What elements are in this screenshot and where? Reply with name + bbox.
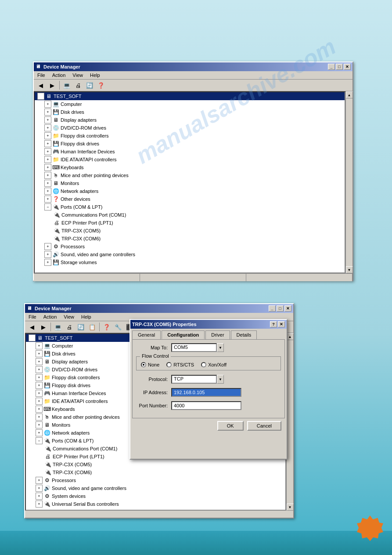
radio-rts-dot[interactable] [166, 362, 172, 367]
protocol-arrow[interactable]: ▼ [217, 375, 224, 384]
tree-item-floppy-drives[interactable]: + 💾 Floppy disk drives [35, 140, 345, 148]
map-to-input[interactable]: COM5 [171, 343, 217, 352]
expand-hid[interactable]: + [44, 148, 51, 155]
maximize-btn-2[interactable]: □ [277, 305, 284, 312]
tree-item-hid[interactable]: + 🎮 Human Interface Devices [35, 148, 345, 156]
tree-item-com5[interactable]: 🔌 TRP-C3X (COM5) [35, 227, 345, 235]
menu-file-2[interactable]: File [27, 314, 38, 320]
tree-item-lpt1[interactable]: 🖨 ECP Printer Port (LPT1) [35, 219, 345, 227]
menu-help-2[interactable]: Help [79, 314, 93, 320]
tree-item-computer[interactable]: + 💻 Computer [35, 100, 345, 108]
expand-display[interactable]: + [44, 116, 51, 123]
tab-driver[interactable]: Driver [205, 330, 230, 339]
tree-item-display[interactable]: + 🖥 Display adapters [35, 116, 345, 124]
properties-btn-2[interactable]: 📋 [87, 322, 97, 332]
w2-com5[interactable]: 🔌 TRP-C3X (COM5) [26, 461, 285, 468]
dialog-help-btn[interactable]: ? [270, 321, 277, 327]
protocol-input[interactable]: TCP [171, 375, 217, 384]
help-btn-2[interactable]: ❓ [101, 322, 112, 332]
expand-mice[interactable]: + [44, 172, 51, 179]
expand-ports[interactable]: − [44, 203, 51, 210]
root-expand-1[interactable]: − [37, 93, 44, 100]
back-btn-2[interactable]: ◀ [27, 322, 37, 332]
expand-dvd[interactable]: + [44, 124, 51, 131]
radio-none[interactable]: None [141, 362, 159, 367]
menu-view-1[interactable]: View [71, 72, 85, 78]
scrollbar-1[interactable]: ▲ ▼ [345, 91, 352, 273]
radio-rts-cts[interactable]: RTS/CTS [166, 362, 194, 367]
tree-item-disk-drives[interactable]: + 💾 Disk drives [35, 108, 345, 116]
scroll-down-1[interactable]: ▼ [346, 266, 353, 273]
w2-processors[interactable]: + ⚙ Processors [26, 476, 285, 484]
expand-keyboards[interactable]: + [44, 164, 51, 171]
close-btn-1[interactable]: ✕ [344, 64, 351, 70]
expand-computer[interactable]: + [44, 101, 51, 108]
map-to-combo[interactable]: COM5 ▼ [171, 343, 224, 352]
tree-root-1[interactable]: − 🖥 TEST_SOFT [35, 92, 345, 100]
w2-system[interactable]: + ⚙ System devices [26, 492, 285, 500]
refresh-btn-2[interactable]: 🔄 [76, 322, 86, 332]
forward-btn-2[interactable]: ▶ [38, 322, 49, 332]
tree-item-floppy-ctrl[interactable]: + 📁 Floppy disk controllers [35, 132, 345, 140]
expand-storage[interactable]: + [44, 259, 51, 266]
expand-monitors[interactable]: + [44, 180, 51, 187]
tree-item-sound[interactable]: + 🔊 Sound, video and game controllers [35, 250, 345, 258]
ok-button[interactable]: OK [217, 421, 244, 431]
menu-action-2[interactable]: Action [42, 314, 59, 320]
root-expand-2[interactable]: − [29, 334, 36, 341]
print-btn-2[interactable]: 🖨 [64, 322, 75, 332]
computer-btn-1[interactable]: 💻 [61, 80, 72, 90]
close-btn-2[interactable]: ✕ [284, 305, 291, 312]
tree-item-processors[interactable]: + ⚙ Processors [35, 243, 345, 250]
refresh-btn-1[interactable]: 🔄 [84, 80, 95, 90]
minimize-btn-1[interactable]: _ [328, 64, 335, 70]
expand-floppy-drives[interactable]: + [44, 140, 51, 147]
minimize-btn-2[interactable]: _ [269, 305, 276, 312]
tree-item-com1[interactable]: 🔌 Communications Port (COM1) [35, 211, 345, 219]
port-input[interactable] [171, 401, 241, 410]
tree-item-keyboards[interactable]: + ⌨ Keyboards [35, 163, 345, 171]
print-btn-1[interactable]: 🖨 [73, 80, 83, 90]
menu-help-1[interactable]: Help [88, 72, 102, 78]
forward-btn-1[interactable]: ▶ [47, 80, 58, 90]
expand-floppy-ctrl[interactable]: + [44, 132, 51, 139]
menu-file-1[interactable]: File [36, 72, 47, 78]
device-tree-1[interactable]: − 🖥 TEST_SOFT + 💻 Computer + 💾 Disk driv… [34, 91, 345, 273]
tree-item-ports[interactable]: − 🔌 Ports (COM & LPT) [35, 203, 345, 211]
tree-item-dvd[interactable]: + 💿 DVD/CD-ROM drives [35, 124, 345, 132]
tree-item-other[interactable]: + ❓ Other devices [35, 195, 345, 203]
expand-processors[interactable]: + [44, 243, 51, 250]
w2-usb[interactable]: + 🔌 Universal Serial Bus controllers [26, 500, 285, 508]
scroll-down-2[interactable]: ▼ [287, 504, 294, 511]
protocol-combo[interactable]: TCP ▼ [171, 375, 224, 384]
w2-com6[interactable]: 🔌 TRP-C3X (COM6) [26, 468, 285, 476]
tree-item-monitors[interactable]: + 🖥 Monitors [35, 179, 345, 187]
radio-xon-dot[interactable] [201, 362, 206, 367]
expand-network[interactable]: + [44, 188, 51, 195]
tab-details[interactable]: Details [231, 330, 257, 339]
back-btn-1[interactable]: ◀ [36, 80, 46, 90]
dialog-close-btn[interactable]: ✕ [278, 321, 285, 327]
tree-item-storage[interactable]: + 💾 Storage volumes [35, 258, 345, 266]
ip-input[interactable] [171, 388, 241, 397]
tree-item-com6[interactable]: 🔌 TRP-C3X (COM6) [35, 235, 345, 243]
menu-action-1[interactable]: Action [50, 72, 68, 78]
expand-ide[interactable]: + [44, 156, 51, 163]
tree-item-ide[interactable]: + 📁 IDE ATA/ATAPI controllers [35, 156, 345, 163]
scroll-up-1[interactable]: ▲ [346, 91, 353, 98]
tree-item-network[interactable]: + 🌐 Network adapters [35, 187, 345, 195]
radio-xon-xoff[interactable]: Xon/Xoff [201, 362, 227, 367]
tab-configuration[interactable]: Configuration [162, 330, 205, 339]
computer-btn-2[interactable]: 💻 [53, 322, 63, 332]
map-to-arrow[interactable]: ▼ [217, 343, 224, 352]
expand-disk-drives[interactable]: + [44, 109, 51, 116]
w2-sound[interactable]: + 🔊 Sound, video and game controllers [26, 484, 285, 492]
menu-view-2[interactable]: View [62, 314, 76, 320]
tree-item-mice[interactable]: + 🖱 Mice and other pointing devices [35, 171, 345, 179]
help-btn-1[interactable]: ❓ [96, 80, 106, 90]
maximize-btn-1[interactable]: □ [336, 64, 343, 70]
extra-btn-2[interactable]: 🔧 [113, 322, 123, 332]
cancel-button[interactable]: Cancel [247, 421, 281, 431]
expand-other[interactable]: + [44, 196, 51, 203]
tab-general[interactable]: General [132, 330, 161, 339]
